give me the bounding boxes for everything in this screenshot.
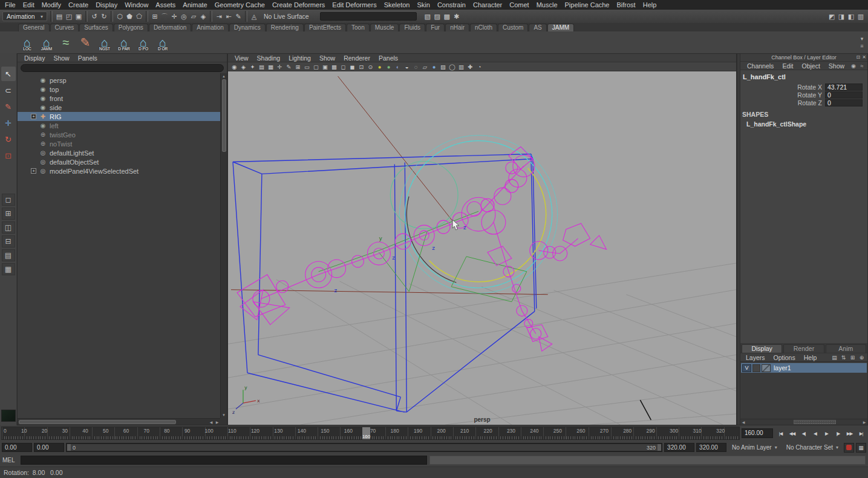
shelf-tab[interactable]: Surfaces [79, 24, 113, 31]
channel-menu-item[interactable]: Object [797, 62, 824, 70]
textured-icon[interactable]: ▨ [439, 62, 448, 71]
shelf-tab[interactable]: Polygons [114, 24, 148, 31]
shelf-tab[interactable]: Fur [426, 24, 445, 31]
step-forward-key-button[interactable]: |▶ [832, 428, 844, 439]
outliner-item-defaultobjectset[interactable]: ◎ defaultObjectSet [18, 157, 220, 166]
frame-selection-icon[interactable]: ⊙ [366, 62, 375, 71]
shelf-tab[interactable]: Toon [347, 24, 370, 31]
toggle-channel-box-icon[interactable]: ▥ [856, 11, 866, 22]
menu-item[interactable]: Animate [179, 1, 210, 9]
menu-item[interactable]: Modify [38, 1, 65, 9]
shelf-tab[interactable]: PaintEffects [304, 24, 346, 31]
scrollbar-thumb[interactable] [222, 79, 226, 152]
Rotate Z[interactable]: Rotate Z 0 [740, 99, 867, 106]
menu-item[interactable]: Display [92, 1, 121, 9]
viewport-menu-item[interactable]: Panels [374, 54, 402, 62]
make-live-icon[interactable]: ◈ [198, 11, 208, 22]
selected-node-name[interactable]: L_handFk_ctl [740, 70, 867, 83]
move-tool[interactable]: ✛ [1, 116, 16, 130]
animation-end-field[interactable]: 320.00 [696, 443, 726, 452]
ipr-render-icon[interactable]: ▩ [442, 11, 452, 22]
motion-blur-icon[interactable]: ◌ [411, 62, 420, 71]
create-layer-from-selected-icon[interactable]: ⊕ [858, 355, 866, 361]
undo-icon[interactable]: ↺ [90, 11, 99, 22]
scrollbar-thumb[interactable] [794, 420, 836, 424]
shelf-button-curve[interactable]: ≈ [57, 33, 75, 51]
playback-end-field[interactable]: 320.00 [664, 443, 694, 452]
viewport-menu-item[interactable]: Renderer [339, 54, 374, 62]
layer-menu-item[interactable]: Options [769, 354, 800, 361]
outliner-item-modelpanel4viewselectedset[interactable]: + ◎ modelPanel4ViewSelectedSet [18, 166, 220, 175]
smooth-shade-icon[interactable]: ● [429, 62, 439, 71]
select-object-mode-icon[interactable]: ⬟ [125, 11, 134, 22]
outliner-filter-field[interactable] [21, 64, 224, 72]
safe-action-icon[interactable]: ◻ [339, 62, 348, 71]
shelf-tab[interactable]: Deformation [149, 24, 191, 31]
channel-value-field[interactable]: 43.721 [825, 83, 863, 91]
scroll-right-icon[interactable]: ▶ [214, 419, 220, 425]
Rotate X[interactable]: Rotate X 43.721 [740, 83, 867, 91]
shelf-tab[interactable]: Rendering [266, 24, 304, 31]
auto-keyframe-toggle[interactable] [844, 443, 854, 453]
shelf-button-ngst[interactable]: ⌂ NGST [96, 33, 114, 51]
two-d-pan-zoom-icon[interactable]: ✛ [275, 62, 284, 71]
film-gate-icon[interactable]: ▭ [302, 62, 312, 71]
menu-item[interactable]: Create Deformers [269, 1, 328, 9]
menu-item[interactable]: File [1, 1, 19, 9]
shelf-editor-icon[interactable]: ≡ [858, 43, 866, 49]
new-scene-icon[interactable]: ▤ [54, 11, 64, 22]
step-back-frame-button[interactable]: ◀◀ [786, 428, 798, 439]
outliner-vertical-scrollbar[interactable]: ▲ ▼ [220, 73, 227, 418]
layer-editor-tab[interactable]: Display [742, 344, 782, 353]
scroll-right-icon[interactable]: ▶ [861, 419, 867, 425]
animation-start-field[interactable]: 0.00 [2, 443, 32, 452]
outliner-preview-thumbnail[interactable] [1, 410, 16, 422]
construction-history-icon[interactable]: ✎ [233, 11, 243, 22]
command-line-language-label[interactable]: MEL [2, 457, 18, 463]
open-scene-icon[interactable]: ◰ [64, 11, 74, 22]
layer-visibility-toggle[interactable]: V [742, 364, 751, 372]
open-render-view-icon[interactable]: ▧ [423, 11, 432, 22]
toggle-tool-settings-icon[interactable]: ◧ [846, 11, 856, 22]
menu-item[interactable]: Edit Deformers [328, 1, 380, 9]
go-to-start-button[interactable]: |◀ [775, 428, 786, 439]
render-settings-icon[interactable]: ✱ [452, 11, 462, 22]
shelf-options-icon[interactable]: ▾ [858, 36, 866, 42]
channel-speed-icon[interactable]: ◉ [850, 63, 857, 69]
expand-toggle-icon[interactable]: + [31, 114, 36, 119]
layer-editor-tab[interactable]: Render [783, 344, 824, 353]
play-backwards-button[interactable]: ◀ [809, 428, 821, 439]
shelf-tab[interactable]: nCloth [470, 24, 497, 31]
output-connections-icon[interactable]: ⇤ [224, 11, 233, 22]
grease-pencil-icon[interactable]: ✎ [284, 62, 293, 71]
outliner-menu-item[interactable]: Panels [74, 54, 102, 62]
outliner-menu-item[interactable]: Display [20, 54, 49, 62]
shelf-tab[interactable]: Muscle [370, 24, 399, 31]
layer-row-layer1[interactable]: V layer1 [741, 363, 867, 373]
shelf-tab[interactable]: nHair [445, 24, 469, 31]
shelf-button-d-par[interactable]: ⌂ D PAR [115, 33, 133, 51]
use-default-material-icon[interactable]: ◯ [448, 62, 457, 71]
layout-persp-outliner[interactable]: ◫ [2, 221, 15, 234]
scale-tool[interactable]: ⊡ [1, 148, 16, 163]
layer-playback-toggle[interactable] [752, 364, 760, 372]
snap-to-curve-icon[interactable]: ⌒ [160, 11, 169, 22]
close-panel-icon[interactable]: ✕ [862, 54, 866, 60]
shelf-button-d-or[interactable]: ⌂ D OR [154, 33, 172, 51]
shelf-tab[interactable]: Dynamics [229, 24, 266, 31]
shadows-icon[interactable]: ◐ [393, 62, 402, 71]
scrollbar-thumb[interactable] [19, 420, 176, 424]
shelf-tab[interactable]: Fluids [399, 24, 425, 31]
select-tool[interactable]: ↖ [1, 67, 16, 81]
playback-start-field[interactable]: 0.00 [34, 443, 64, 452]
shelf-tab[interactable]: General [18, 24, 50, 31]
lasso-select-tool[interactable]: ⊂ [1, 83, 16, 97]
layer-editor-tab[interactable]: Anim [826, 344, 866, 353]
range-slider-handle[interactable]: 0 320 [67, 444, 661, 451]
channel-manipulator-icon[interactable]: ≈ [858, 63, 866, 69]
shelf-tab[interactable]: Custom [498, 24, 528, 31]
outliner-item-side[interactable]: ◉ side [18, 103, 220, 112]
toggle-layer-mode-icon[interactable]: ▤ [830, 355, 838, 361]
save-scene-icon[interactable]: ▣ [74, 11, 83, 22]
channel-menu-item[interactable]: Edit [778, 62, 797, 70]
